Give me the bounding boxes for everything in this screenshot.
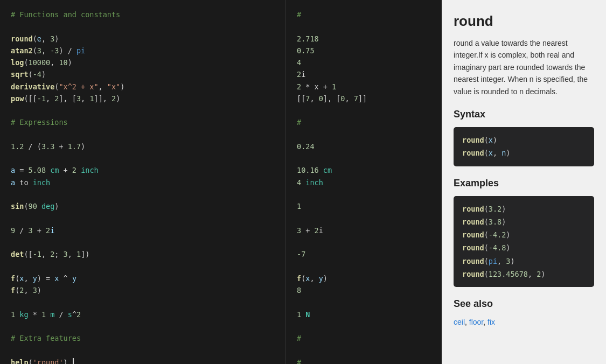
editor-line xyxy=(11,104,275,116)
output-line: # xyxy=(297,9,431,20)
output-line xyxy=(297,320,431,332)
output-line xyxy=(297,236,431,248)
output-content: # 2.7180.7542i2 * x + 1[[7, 0], [0, 7]] … xyxy=(297,9,431,364)
output-line: f(x, y) xyxy=(297,272,431,284)
output-line: [[7, 0], [0, 7]] xyxy=(297,93,431,104)
output-line: # xyxy=(297,116,431,128)
output-line: 1 N xyxy=(297,309,431,320)
output-line xyxy=(297,20,431,32)
editor-line xyxy=(11,344,275,356)
output-line: 1 xyxy=(297,200,431,212)
editor-line: 9 / 3 + 2i xyxy=(11,225,275,236)
output-line: 0.75 xyxy=(297,45,431,57)
output-line: # xyxy=(297,332,431,344)
output-line: 3 + 2i xyxy=(297,225,431,236)
editor-line: round(e, 3) xyxy=(11,33,275,45)
editor-line: # Extra features xyxy=(11,332,275,344)
output-line: 4 inch xyxy=(297,177,431,188)
output-line: -7 xyxy=(297,248,431,260)
editor-line: sin(90 deg) xyxy=(11,200,275,212)
output-line xyxy=(297,213,431,225)
help-see-also-title: See also xyxy=(454,297,594,311)
help-syntax-title: Syntax xyxy=(454,107,594,122)
editor-line xyxy=(11,20,275,32)
editor-line: f(2, 3) xyxy=(11,284,275,296)
output-line: 2i xyxy=(297,68,431,80)
output-line: 2.718 xyxy=(297,33,431,45)
output-line xyxy=(297,129,431,141)
see-also-link[interactable]: fix xyxy=(487,318,495,326)
editor-line: det([-1, 2; 3, 1]) xyxy=(11,248,275,260)
editor-line: a = 5.08 cm + 2 inch xyxy=(11,164,275,176)
help-examples-title: Examples xyxy=(454,176,594,191)
output-line: 10.16 cm xyxy=(297,164,431,176)
help-panel: round round a value towards the nearest … xyxy=(442,0,606,364)
editor-line: help('round') xyxy=(11,356,275,364)
output-line: 0.24 xyxy=(297,141,431,152)
output-line: 2 * x + 1 xyxy=(297,81,431,93)
editor-line: a to inch xyxy=(11,177,275,188)
editor-line xyxy=(11,261,275,272)
editor-line xyxy=(11,188,275,200)
editor-line xyxy=(11,236,275,248)
editor-line: f(x, y) = x ^ y xyxy=(11,272,275,284)
editor-line: # Expressions xyxy=(11,116,275,128)
editor-line: sqrt(-4) xyxy=(11,68,275,80)
output-line xyxy=(297,261,431,272)
output-line: 4 xyxy=(297,57,431,68)
help-title: round xyxy=(454,11,594,32)
editor-line xyxy=(11,152,275,164)
help-description: round a value towards the nearest intege… xyxy=(454,37,594,97)
editor-line xyxy=(11,320,275,332)
output-line xyxy=(297,296,431,308)
editor-panel[interactable]: # Functions and constants round(e, 3)ata… xyxy=(0,0,285,364)
editor-content: # Functions and constants round(e, 3)ata… xyxy=(11,9,275,364)
editor-line xyxy=(11,296,275,308)
see-also-link[interactable]: floor xyxy=(469,318,483,326)
editor-line xyxy=(11,129,275,141)
output-line xyxy=(297,104,431,116)
output-line xyxy=(297,188,431,200)
editor-line xyxy=(11,213,275,225)
see-also-link[interactable]: ceil xyxy=(454,318,465,326)
editor-line: log(10000, 10) xyxy=(11,57,275,68)
help-examples-block: round(3.2)round(3.8)round(-4.2)round(-4.… xyxy=(454,196,594,288)
editor-line: derivative("x^2 + x", "x") xyxy=(11,81,275,93)
help-see-also-links: ceil, floor, fix xyxy=(454,317,594,328)
editor-line: atan2(3, -3) / pi xyxy=(11,45,275,57)
output-line xyxy=(297,344,431,356)
editor-line: 1 kg * 1 m / s^2 xyxy=(11,309,275,320)
help-syntax-block: round(x)round(x, n) xyxy=(454,127,594,166)
output-panel: # 2.7180.7542i2 * x + 1[[7, 0], [0, 7]] … xyxy=(285,0,442,364)
output-line: # xyxy=(297,356,431,364)
output-line xyxy=(297,152,431,164)
editor-line: 1.2 / (3.3 + 1.7) xyxy=(11,141,275,152)
output-line: 8 xyxy=(297,284,431,296)
editor-line: # Functions and constants xyxy=(11,9,275,20)
editor-line: pow([[-1, 2], [3, 1]], 2) xyxy=(11,93,275,104)
